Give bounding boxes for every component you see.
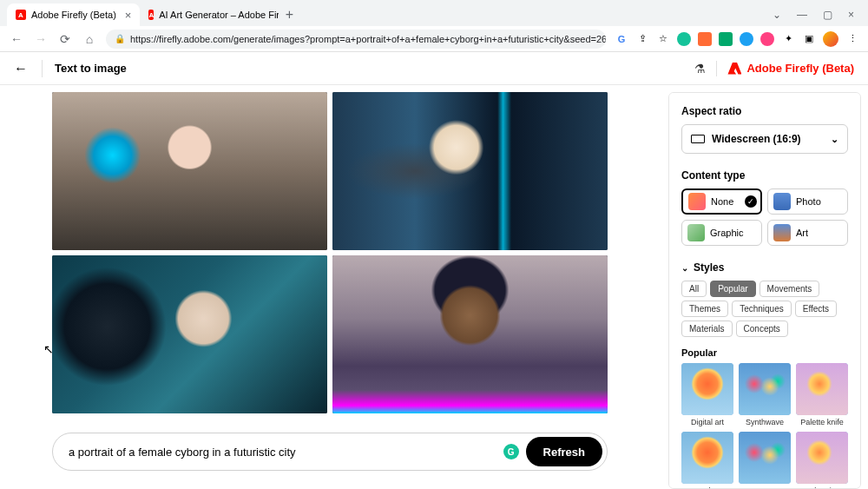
tab-label: AI Art Generator – Adobe Firefly bbox=[159, 10, 279, 20]
content-type-graphic[interactable]: Graphic bbox=[681, 220, 762, 246]
generated-image[interactable] bbox=[332, 92, 608, 250]
style-thumb-icon bbox=[681, 363, 733, 415]
generated-image[interactable] bbox=[332, 255, 608, 413]
minimize-icon[interactable]: — bbox=[797, 9, 807, 21]
chevron-down-icon: ⌄ bbox=[831, 134, 838, 145]
style-caption: Synthwave bbox=[746, 418, 784, 426]
chip-popular[interactable]: Popular bbox=[710, 281, 755, 297]
browser-tab-active[interactable]: A Adobe Firefly (Beta) × bbox=[7, 3, 140, 26]
styles-label: Styles bbox=[694, 261, 724, 274]
ct-label: None bbox=[711, 196, 733, 207]
page-title: Text to image bbox=[55, 62, 127, 75]
extension-icons: G ⇪ ☆ ✦ ▣ ⋮ bbox=[615, 31, 859, 47]
beaker-icon[interactable]: ⚗ bbox=[694, 62, 706, 76]
aspect-ratio-label: Aspect ratio bbox=[681, 105, 848, 117]
content-type-none[interactable]: None ✓ bbox=[681, 188, 762, 215]
style-thumb-icon bbox=[796, 363, 848, 415]
browser-tab[interactable]: A AI Art Generator – Adobe Firefly × bbox=[140, 3, 279, 26]
style-neon[interactable]: Neon bbox=[739, 432, 791, 489]
browser-tab-strip: A Adobe Firefly (Beta) × A AI Art Genera… bbox=[0, 0, 868, 26]
check-icon: ✓ bbox=[745, 195, 757, 208]
content-type-art[interactable]: Art bbox=[767, 220, 848, 246]
chip-movements[interactable]: Movements bbox=[760, 281, 820, 297]
forward-icon[interactable]: → bbox=[33, 32, 49, 46]
sidebar-container: Aspect ratio Widescreen (16:9) ⌄ Content… bbox=[668, 85, 868, 489]
ext-icon[interactable] bbox=[740, 32, 753, 46]
main-area: G Refresh Aspect ratio Widescreen (16:9)… bbox=[0, 85, 868, 489]
refresh-button[interactable]: Refresh bbox=[526, 437, 602, 466]
generated-image[interactable] bbox=[52, 92, 327, 250]
grammarly-icon[interactable]: G bbox=[503, 444, 519, 459]
url-input[interactable]: 🔒 https://firefly.adobe.com/generate/ima… bbox=[106, 30, 606, 49]
adobe-favicon-icon: A bbox=[16, 10, 26, 20]
content-type-photo[interactable]: Photo bbox=[767, 188, 848, 215]
aspect-ratio-select[interactable]: Widescreen (16:9) ⌄ bbox=[681, 124, 848, 154]
chip-techniques[interactable]: Techniques bbox=[732, 301, 792, 317]
brand-link[interactable]: Adobe Firefly (Beta) bbox=[727, 62, 854, 75]
star-icon[interactable]: ☆ bbox=[656, 32, 670, 46]
none-thumb-icon bbox=[688, 193, 706, 210]
prompt-bar: G Refresh bbox=[52, 433, 608, 471]
sidepanel-icon[interactable]: ▣ bbox=[802, 32, 816, 46]
google-icon[interactable]: G bbox=[615, 32, 628, 46]
ext-icon[interactable] bbox=[719, 32, 733, 46]
canvas-column: G Refresh bbox=[0, 85, 668, 489]
reload-icon[interactable]: ⟳ bbox=[57, 32, 73, 46]
content-type-grid: None ✓ Photo Graphic Art bbox=[681, 188, 848, 246]
style-palette-knife[interactable]: Palette knife bbox=[796, 363, 848, 426]
ext-icon[interactable] bbox=[760, 32, 774, 46]
style-thumb-icon bbox=[796, 432, 848, 484]
sidebar[interactable]: Aspect ratio Widescreen (16:9) ⌄ Content… bbox=[668, 92, 861, 489]
chip-concepts[interactable]: Concepts bbox=[736, 320, 788, 337]
tab-label: Adobe Firefly (Beta) bbox=[31, 10, 116, 20]
style-thumb-icon bbox=[739, 363, 791, 415]
chip-all[interactable]: All bbox=[681, 281, 707, 297]
chip-themes[interactable]: Themes bbox=[681, 301, 728, 317]
chip-effects[interactable]: Effects bbox=[795, 301, 837, 317]
style-caption: Digital art bbox=[691, 418, 724, 426]
app-header: ← Text to image ⚗ Adobe Firefly (Beta) bbox=[0, 52, 868, 85]
style-chaotic[interactable]: Chaotic bbox=[796, 432, 848, 489]
styles-header[interactable]: ⌄ Styles bbox=[681, 261, 848, 274]
photo-thumb-icon bbox=[773, 193, 791, 210]
adobe-logo-icon bbox=[727, 63, 741, 75]
lock-icon: 🔒 bbox=[115, 34, 125, 43]
graphic-thumb-icon bbox=[687, 224, 705, 241]
divider bbox=[42, 60, 43, 77]
ct-label: Graphic bbox=[710, 228, 744, 238]
ext-icon[interactable] bbox=[698, 32, 712, 46]
extensions-icon[interactable]: ✦ bbox=[781, 32, 795, 46]
close-icon[interactable]: × bbox=[125, 9, 132, 22]
aspect-ratio-value: Widescreen (16:9) bbox=[712, 133, 801, 145]
style-thumb-icon bbox=[681, 432, 733, 484]
profile-avatar[interactable] bbox=[823, 31, 838, 47]
url-text: https://firefly.adobe.com/generate/image… bbox=[130, 34, 606, 44]
maximize-icon[interactable]: ▢ bbox=[823, 9, 832, 21]
divider bbox=[716, 61, 717, 76]
chip-materials[interactable]: Materials bbox=[681, 320, 733, 337]
style-synthwave[interactable]: Synthwave bbox=[739, 363, 791, 426]
new-tab-button[interactable]: + bbox=[279, 7, 299, 26]
content-type-label: Content type bbox=[681, 169, 848, 182]
style-layered-paper[interactable]: Layered paper bbox=[681, 432, 733, 489]
back-icon[interactable]: ← bbox=[9, 32, 24, 46]
ext-icon[interactable] bbox=[677, 32, 691, 46]
art-thumb-icon bbox=[773, 224, 791, 241]
generated-image[interactable] bbox=[52, 255, 327, 413]
close-window-icon[interactable]: × bbox=[848, 9, 854, 21]
prompt-input[interactable] bbox=[69, 446, 503, 459]
share-icon[interactable]: ⇪ bbox=[635, 32, 649, 46]
home-icon[interactable]: ⌂ bbox=[82, 32, 97, 46]
image-grid bbox=[52, 92, 608, 413]
menu-icon[interactable]: ⋮ bbox=[845, 32, 859, 46]
chevron-down-icon[interactable]: ⌄ bbox=[773, 9, 781, 21]
style-grid: Digital art Synthwave Palette knife Laye… bbox=[681, 363, 848, 489]
adobe-favicon-icon: A bbox=[148, 10, 154, 20]
window-controls: ⌄ — ▢ × bbox=[773, 9, 861, 26]
back-arrow-icon[interactable]: ← bbox=[14, 61, 42, 76]
ct-label: Art bbox=[796, 228, 808, 238]
widescreen-icon bbox=[691, 135, 705, 143]
brand-text: Adobe Firefly (Beta) bbox=[746, 62, 854, 75]
popular-label: Popular bbox=[681, 347, 848, 358]
style-digital-art[interactable]: Digital art bbox=[681, 363, 733, 426]
